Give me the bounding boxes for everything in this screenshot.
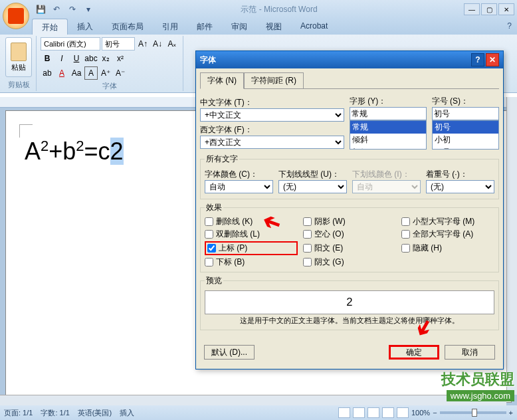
clear-format-icon[interactable]: Aₓ xyxy=(165,37,179,51)
redo-icon[interactable]: ↷ xyxy=(66,3,78,15)
dialog-tab-spacing[interactable]: 字符间距 (R) xyxy=(244,72,304,89)
fullscreen-view[interactable] xyxy=(353,407,365,418)
strike-checkbox[interactable]: 删除线 (K) xyxy=(205,216,298,227)
horizontal-scrollbar[interactable] xyxy=(0,395,506,405)
save-icon[interactable]: 💾 xyxy=(35,3,47,15)
size-input[interactable] xyxy=(432,107,499,120)
font-color-button[interactable]: A xyxy=(55,66,68,80)
zoom-out-button[interactable]: − xyxy=(433,409,437,417)
ok-button[interactable]: 确定 xyxy=(389,345,439,360)
underline-combo[interactable]: (无) xyxy=(278,180,347,193)
print-layout-view[interactable] xyxy=(338,407,350,418)
preview-label: 预览 xyxy=(205,275,223,286)
tab-view[interactable]: 视图 xyxy=(257,19,291,35)
emboss-checkbox[interactable]: 阳文 (E) xyxy=(303,241,396,255)
tab-insert[interactable]: 插入 xyxy=(68,19,102,35)
list-item[interactable]: 小初 xyxy=(433,134,498,146)
cancel-button[interactable]: 取消 xyxy=(445,345,495,360)
tab-review[interactable]: 审阅 xyxy=(222,19,257,35)
dialog-close-button[interactable]: ✕ xyxy=(486,53,499,66)
zoom-thumb[interactable] xyxy=(472,409,477,417)
subscript-button[interactable]: x₂ xyxy=(99,52,112,65)
zoom-slider[interactable] xyxy=(440,411,506,414)
list-item[interactable]: 倾斜 xyxy=(350,134,426,146)
dialog-tab-font[interactable]: 字体 (N) xyxy=(200,72,244,89)
shrink-font-icon[interactable]: A↓ xyxy=(151,37,164,51)
office-logo-icon xyxy=(8,8,24,24)
statusbar: 页面: 1/1 字数: 1/1 英语(美国) 插入 100% − + xyxy=(0,405,517,420)
subscript-checkbox[interactable]: 下标 (B) xyxy=(205,257,298,268)
insert-mode[interactable]: 插入 xyxy=(120,408,134,418)
underline-color-combo: 自动 xyxy=(352,180,421,193)
watermark-text: 技术员联盟 xyxy=(441,369,514,389)
change-case-button[interactable]: Aa xyxy=(70,66,83,80)
cn-font-label: 中文字体 (T)： xyxy=(200,97,344,108)
cn-font-combo[interactable]: +中文正文 xyxy=(200,108,344,122)
superscript-checkbox[interactable]: 上标 (P) xyxy=(205,241,298,255)
page-status[interactable]: 页面: 1/1 xyxy=(4,408,33,418)
all-text-group: 所有文字 字体颜色 (C)：自动 下划线线型 (U)：(无) 下划线颜色 (I)… xyxy=(200,154,499,199)
paste-button[interactable]: 粘贴 xyxy=(5,37,32,77)
tab-home[interactable]: 开始 xyxy=(32,19,68,35)
underline-label: 下划线线型 (U)： xyxy=(278,169,347,180)
grow-button[interactable]: A⁺ xyxy=(99,66,112,80)
language-status[interactable]: 英语(美国) xyxy=(78,408,112,418)
char-border-button[interactable]: A xyxy=(84,66,98,80)
maximize-button[interactable]: ▢ xyxy=(481,3,497,15)
size-list[interactable]: 初号 小初 一号 xyxy=(432,120,499,150)
titlebar: 💾 ↶ ↷ ▾ 示范 - Microsoft Word — ▢ ✕ xyxy=(0,0,517,19)
list-item[interactable]: 一号 xyxy=(433,146,498,150)
dialog-help-button[interactable]: ? xyxy=(471,53,484,66)
grow-font-icon[interactable]: A↑ xyxy=(136,37,150,51)
highlight-button[interactable]: ab xyxy=(41,66,54,80)
list-item[interactable]: 初号 xyxy=(433,121,498,134)
zoom-level[interactable]: 100% xyxy=(411,409,430,417)
minimize-button[interactable]: — xyxy=(464,3,480,15)
style-list[interactable]: 常规 倾斜 加粗 xyxy=(350,120,427,150)
list-item[interactable]: 加粗 xyxy=(350,146,426,150)
italic-button[interactable]: I xyxy=(55,52,68,65)
help-icon[interactable]: ? xyxy=(502,19,517,35)
smallcaps-checkbox[interactable]: 小型大写字母 (M) xyxy=(401,216,494,227)
vertical-scrollbar[interactable] xyxy=(506,97,517,395)
outline-checkbox[interactable]: 空心 (O) xyxy=(303,229,396,240)
font-name-select[interactable] xyxy=(41,37,100,51)
superscript-button[interactable]: x² xyxy=(114,52,127,65)
default-button[interactable]: 默认 (D)... xyxy=(204,345,255,360)
undo-icon[interactable]: ↶ xyxy=(51,3,62,15)
underline-button[interactable]: U xyxy=(70,52,83,65)
word-count[interactable]: 字数: 1/1 xyxy=(41,408,69,418)
ucolor-label: 下划线颜色 (I)： xyxy=(352,169,421,180)
font-dialog: 字体 ? ✕ 字体 (N) 字符间距 (R) 中文字体 (T)： +中文正文 西… xyxy=(195,51,504,369)
emphasis-combo[interactable]: (无) xyxy=(426,180,494,193)
web-view[interactable] xyxy=(367,407,379,418)
tab-acrobat[interactable]: Acrobat xyxy=(291,19,337,35)
strike-button[interactable]: abc xyxy=(84,52,98,65)
en-font-combo[interactable]: +西文正文 xyxy=(200,136,344,149)
bold-button[interactable]: B xyxy=(41,52,54,65)
draft-view[interactable] xyxy=(397,407,409,418)
shrink-button[interactable]: A⁻ xyxy=(114,66,127,80)
font-size-select[interactable] xyxy=(102,37,135,51)
outline-view[interactable] xyxy=(382,407,394,418)
hidden-checkbox[interactable]: 隐藏 (H) xyxy=(401,241,494,255)
shadow-checkbox[interactable]: 阴影 (W) xyxy=(303,216,396,227)
tab-mail[interactable]: 邮件 xyxy=(187,19,222,35)
qat-dropdown-icon[interactable]: ▾ xyxy=(82,3,94,15)
close-button[interactable]: ✕ xyxy=(498,3,514,15)
allcaps-checkbox[interactable]: 全部大写字母 (A) xyxy=(401,229,494,240)
zoom-in-button[interactable]: + xyxy=(509,409,513,417)
size-label: 字号 (S)： xyxy=(432,96,499,107)
font-color-combo[interactable]: 自动 xyxy=(205,180,273,193)
style-input[interactable] xyxy=(350,107,427,120)
clipboard-group-label: 剪贴板 xyxy=(5,78,32,90)
preview-box: 2 xyxy=(205,290,494,314)
dialog-titlebar[interactable]: 字体 ? ✕ xyxy=(196,51,503,68)
clipboard-group: 粘贴 剪贴板 xyxy=(1,36,37,91)
engrave-checkbox[interactable]: 阴文 (G) xyxy=(303,257,396,268)
dstrike-checkbox[interactable]: 双删除线 (L) xyxy=(205,229,298,240)
tab-references[interactable]: 引用 xyxy=(153,19,187,35)
tab-layout[interactable]: 页面布局 xyxy=(102,19,153,35)
list-item[interactable]: 常规 xyxy=(350,121,426,134)
office-button[interactable] xyxy=(3,3,29,29)
